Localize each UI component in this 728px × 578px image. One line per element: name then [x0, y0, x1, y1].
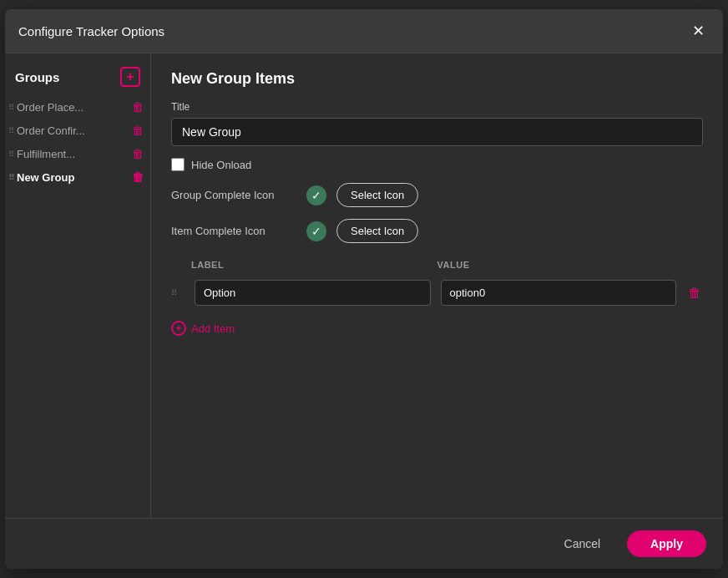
item-complete-label: Item Complete Icon: [171, 225, 296, 237]
section-title: New Group Items: [171, 70, 703, 88]
label-column-header: LABEL: [191, 260, 427, 270]
delete-group-icon[interactable]: 🗑: [132, 100, 144, 114]
groups-sidebar: Groups + ⠿ Order Place... 🗑 ⠿ Order Conf…: [5, 53, 151, 518]
option-label-input[interactable]: [195, 280, 431, 306]
group-complete-label: Group Complete Icon: [171, 189, 296, 201]
hide-onload-checkbox[interactable]: [171, 158, 185, 171]
delete-group-icon[interactable]: 🗑: [132, 170, 144, 184]
group-name-label: Fulfillment...: [17, 148, 129, 160]
options-table: LABEL VALUE ⠿ 🗑 + Add Item: [171, 256, 703, 336]
sidebar-item-order-confirm[interactable]: ⠿ Order Confir... 🗑: [5, 119, 150, 142]
delete-group-icon[interactable]: 🗑: [132, 147, 144, 160]
delete-group-icon[interactable]: 🗑: [132, 124, 144, 137]
modal-header: Configure Tracker Options ✕: [5, 9, 723, 53]
sidebar-item-fulfillment[interactable]: ⠿ Fulfillment... 🗑: [5, 142, 150, 165]
sidebar-item-order-placed[interactable]: ⠿ Order Place... 🗑: [5, 95, 150, 119]
hide-onload-row: Hide Onload: [171, 158, 703, 171]
groups-title: Groups: [15, 70, 59, 84]
main-content-area: New Group Items Title Hide Onload Group …: [151, 53, 723, 518]
add-item-button[interactable]: + Add Item: [171, 321, 235, 336]
modal-overlay: Configure Tracker Options ✕ Groups + ⠿ O…: [0, 0, 728, 578]
add-item-label: Add Item: [191, 322, 235, 335]
cancel-button[interactable]: Cancel: [548, 530, 618, 557]
item-complete-check-icon: ✓: [306, 221, 326, 241]
drag-handle-icon: ⠿: [8, 103, 13, 112]
sidebar-header: Groups +: [5, 63, 150, 95]
row-drag-handle-icon[interactable]: ⠿: [171, 288, 185, 297]
title-label: Title: [171, 101, 703, 113]
delete-row-icon[interactable]: 🗑: [686, 286, 703, 301]
value-column-header: VALUE: [437, 260, 674, 270]
close-button[interactable]: ✕: [686, 19, 710, 43]
item-complete-icon-row: Item Complete Icon ✓ Select Icon: [171, 219, 703, 243]
hide-onload-label: Hide Onload: [191, 159, 251, 171]
configure-tracker-modal: Configure Tracker Options ✕ Groups + ⠿ O…: [5, 9, 723, 569]
table-header: LABEL VALUE: [171, 256, 703, 273]
group-complete-select-icon-button[interactable]: Select Icon: [336, 183, 418, 207]
sidebar-item-new-group[interactable]: ⠿ New Group 🗑: [5, 165, 150, 189]
title-input[interactable]: [171, 118, 703, 146]
apply-button[interactable]: Apply: [627, 530, 706, 557]
group-complete-icon-row: Group Complete Icon ✓ Select Icon: [171, 183, 703, 207]
group-name-label: Order Confir...: [17, 124, 129, 137]
modal-footer: Cancel Apply: [5, 518, 723, 569]
table-row: ⠿ 🗑: [171, 276, 703, 309]
group-complete-check-icon: ✓: [306, 185, 326, 205]
modal-body: Groups + ⠿ Order Place... 🗑 ⠿ Order Conf…: [5, 53, 723, 518]
drag-handle-icon: ⠿: [8, 173, 13, 182]
drag-handle-icon: ⠿: [8, 150, 13, 159]
add-group-button[interactable]: +: [120, 67, 140, 87]
drag-handle-icon: ⠿: [8, 126, 13, 135]
group-name-label: Order Place...: [17, 101, 129, 114]
add-item-plus-icon: +: [171, 321, 186, 336]
option-value-input[interactable]: [441, 280, 677, 306]
item-complete-select-icon-button[interactable]: Select Icon: [336, 219, 418, 243]
modal-title: Configure Tracker Options: [18, 24, 164, 38]
group-name-label: New Group: [17, 171, 129, 184]
